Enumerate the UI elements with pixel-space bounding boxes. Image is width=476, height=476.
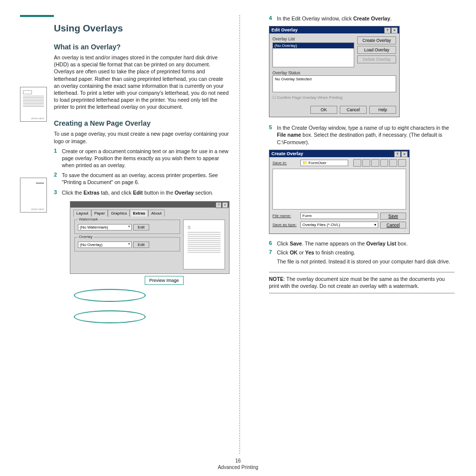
- dropdown-icon[interactable]: [353, 159, 361, 167]
- new-folder-icon[interactable]: [380, 159, 388, 167]
- overlay-list-item[interactable]: (No Overlay): [273, 43, 354, 48]
- help-icon[interactable]: ?: [394, 151, 401, 157]
- page: Using Overlays WORLD BEST What is an Ove…: [0, 0, 476, 449]
- edit-overlay-dialog: Edit Overlay ?× Overlay List (No Overlay…: [269, 26, 400, 117]
- step-5: 5 In the Create Overlay window, type a n…: [269, 124, 455, 146]
- title-accent-bar: [20, 15, 54, 17]
- list-view-icon[interactable]: [389, 159, 397, 167]
- close-icon[interactable]: ×: [401, 151, 408, 157]
- page-footer: 16 Advanced Printing: [0, 458, 476, 470]
- left-column: Using Overlays WORLD BEST What is an Ove…: [20, 15, 239, 444]
- step-6: 6 Click Save. The name appears on the Ov…: [269, 240, 455, 247]
- overlay-listbox[interactable]: (No Overlay): [272, 42, 354, 67]
- heading-creating-overlay: Creating a New Page Overlay: [54, 119, 230, 127]
- create-overlay-dialog: Create Overlay ?× Save in: 📁 FormOver: [269, 150, 410, 234]
- savetype-label: Save as type:: [272, 223, 298, 227]
- highlight-ellipse-watermark: [74, 289, 146, 302]
- page-title: Using Overlays: [54, 23, 230, 34]
- save-in-label: Save in:: [272, 161, 298, 165]
- step-3: 3 Click the Extras tab, and click Edit b…: [54, 189, 230, 196]
- step-7-note: The file is not printed. Instead it is s…: [277, 258, 455, 265]
- details-view-icon[interactable]: [398, 159, 406, 167]
- desktop-icon[interactable]: [371, 159, 379, 167]
- highlight-ellipse-overlay: [74, 310, 146, 323]
- preview-image-label: Preview Image: [145, 276, 184, 285]
- window-titlebar: ?×: [70, 202, 229, 208]
- step-2: 2 To save the document as an overlay, ac…: [54, 172, 230, 186]
- load-overlay-button[interactable]: Load Overlay: [357, 46, 396, 54]
- printer-preferences-figure: ?× Layout Paper Graphics Extras About Wa…: [70, 201, 230, 274]
- overlay-status-box: No Overlay Selected: [272, 75, 396, 92]
- resize-grip-icon[interactable]: ⋰: [404, 228, 408, 233]
- confirm-overlay-checkbox[interactable]: ☐ Confirm Page Overlay When Printing: [272, 95, 396, 100]
- save-button[interactable]: Save: [380, 213, 406, 220]
- paragraph-creating-intro: To use a page overlay, you must create a…: [54, 130, 230, 144]
- page-number: 16: [0, 458, 476, 464]
- overlay-select[interactable]: (No Overlay): [78, 241, 132, 248]
- help-icon[interactable]: ?: [384, 27, 391, 33]
- close-icon[interactable]: ×: [222, 202, 228, 208]
- filename-input[interactable]: Form: [300, 213, 378, 219]
- create-overlay-button[interactable]: Create Overlay: [357, 36, 396, 44]
- tab-layout[interactable]: Layout: [73, 210, 91, 217]
- tab-extras[interactable]: Extras: [130, 210, 148, 217]
- ok-button[interactable]: OK: [310, 106, 337, 114]
- overlay-group: Overlay (No Overlay) Edit: [74, 237, 180, 251]
- tab-graphics[interactable]: Graphics: [108, 210, 130, 217]
- savetype-select[interactable]: Overlay Files (*.OVL)▾: [300, 222, 378, 228]
- right-column: 4 In the Edit Overlay window, click Crea…: [240, 15, 455, 444]
- create-overlay-titlebar: Create Overlay ?×: [269, 150, 409, 157]
- help-icon[interactable]: ?: [216, 202, 222, 208]
- overlay-concept-thumbnail: WORLD BEST: [20, 87, 47, 122]
- tab-paper[interactable]: Paper: [91, 210, 108, 217]
- cancel-button[interactable]: Cancel: [340, 106, 367, 114]
- cancel-button[interactable]: Cancel: [380, 222, 406, 229]
- file-list-area[interactable]: [272, 169, 406, 210]
- overlay-list-label: Overlay List: [272, 36, 354, 41]
- filename-label: File name:: [272, 214, 298, 218]
- overlay-edit-button[interactable]: Edit: [133, 241, 149, 248]
- steps-list-right: 4 In the Edit Overlay window, click Crea…: [269, 15, 455, 22]
- step-1: 1 Create or open a document containing t…: [54, 148, 230, 169]
- overlay-status-label: Overlay Status: [272, 70, 396, 75]
- edit-overlay-titlebar: Edit Overlay ?×: [269, 26, 399, 33]
- tabs: Layout Paper Graphics Extras About: [70, 208, 229, 217]
- close-icon[interactable]: ×: [391, 27, 398, 33]
- watermark-select[interactable]: (No Watermark): [78, 224, 132, 231]
- heading-what-is-overlay: What is an Overlay?: [54, 43, 230, 51]
- tab-about[interactable]: About: [148, 210, 165, 217]
- up-folder-icon[interactable]: [362, 159, 370, 167]
- step-4: 4 In the Edit Overlay window, click Crea…: [269, 15, 455, 22]
- delete-overlay-button[interactable]: Delete Overlay: [357, 55, 396, 63]
- new-overlay-thumbnail: WORLD BEST: [20, 178, 47, 213]
- watermark-edit-button[interactable]: Edit: [133, 224, 149, 231]
- step-7: 7 Click OK or Yes to finish creating.: [269, 249, 455, 256]
- paragraph-overlay-definition: An overlay is text and/or images stored …: [54, 54, 230, 110]
- footer-section: Advanced Printing: [0, 465, 476, 470]
- save-in-select[interactable]: 📁 FormOver: [300, 160, 348, 166]
- watermark-group: Watermark (No Watermark) Edit: [74, 220, 180, 234]
- steps-list-left: 1 Create or open a document containing t…: [54, 148, 230, 196]
- note-block: NOTE: The overlay document size must be …: [269, 272, 455, 293]
- toolbar-icons: [353, 159, 406, 167]
- preview-pane: S: [183, 220, 225, 269]
- help-button[interactable]: Help: [369, 106, 396, 114]
